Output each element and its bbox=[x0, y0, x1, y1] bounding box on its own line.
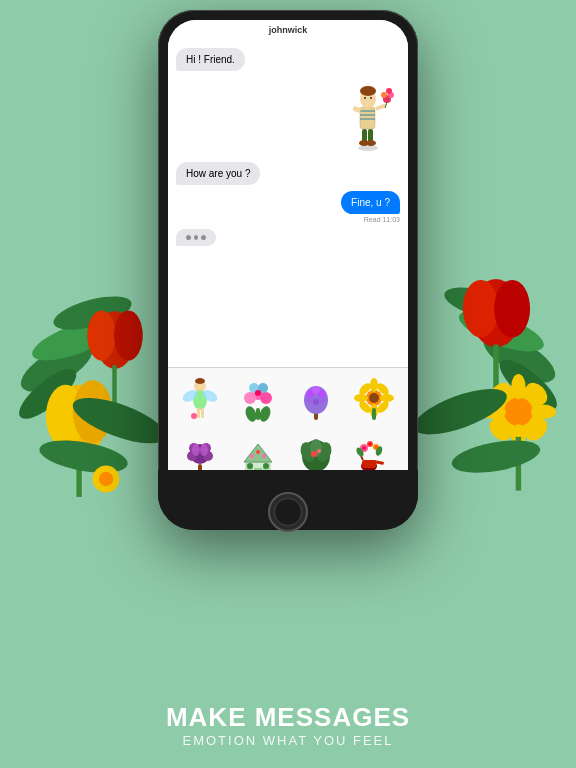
svg-point-44 bbox=[370, 97, 372, 99]
message-bubble-how: How are you ? bbox=[176, 162, 260, 185]
home-button[interactable] bbox=[268, 492, 308, 532]
svg-point-28 bbox=[481, 405, 506, 419]
svg-point-6 bbox=[73, 380, 112, 443]
svg-point-1 bbox=[28, 311, 122, 369]
svg-point-82 bbox=[313, 399, 319, 405]
sticker-3[interactable] bbox=[290, 374, 342, 426]
svg-point-87 bbox=[354, 394, 368, 402]
svg-point-21 bbox=[463, 280, 499, 337]
svg-point-111 bbox=[256, 450, 260, 454]
svg-rect-93 bbox=[372, 408, 376, 420]
svg-rect-61 bbox=[197, 408, 200, 418]
svg-point-118 bbox=[311, 451, 317, 457]
svg-point-4 bbox=[52, 385, 106, 457]
svg-rect-121 bbox=[362, 460, 376, 468]
svg-point-5 bbox=[46, 385, 85, 448]
message-bubble-fine: Fine, u ? bbox=[341, 191, 400, 214]
svg-point-2 bbox=[12, 361, 83, 426]
svg-point-63 bbox=[191, 413, 197, 419]
svg-point-20 bbox=[471, 279, 521, 347]
svg-rect-38 bbox=[360, 110, 375, 112]
svg-point-119 bbox=[317, 449, 321, 453]
typing-dot-2 bbox=[194, 235, 199, 240]
svg-rect-72 bbox=[256, 408, 260, 420]
svg-point-128 bbox=[375, 446, 378, 449]
svg-point-35 bbox=[408, 380, 512, 444]
svg-point-43 bbox=[364, 97, 366, 99]
svg-point-67 bbox=[244, 392, 256, 404]
svg-point-8 bbox=[95, 311, 134, 368]
svg-point-42 bbox=[360, 86, 376, 96]
svg-point-54 bbox=[386, 88, 392, 94]
svg-point-27 bbox=[511, 424, 525, 449]
svg-rect-11 bbox=[112, 365, 116, 405]
status-bar: johnwick bbox=[168, 20, 408, 40]
sticker-1[interactable] bbox=[174, 374, 226, 426]
app-tagline-title: MAKE MESSAGES bbox=[0, 702, 576, 733]
svg-point-12 bbox=[68, 389, 172, 453]
svg-point-108 bbox=[247, 463, 253, 469]
svg-point-9 bbox=[87, 310, 116, 360]
svg-point-16 bbox=[476, 324, 562, 392]
svg-point-102 bbox=[200, 444, 208, 456]
svg-point-71 bbox=[255, 390, 261, 396]
svg-point-3 bbox=[50, 290, 135, 337]
svg-point-85 bbox=[370, 378, 378, 392]
svg-point-68 bbox=[260, 392, 272, 404]
svg-point-26 bbox=[511, 374, 525, 399]
phone-device: johnwick Hi ! Friend. bbox=[158, 10, 418, 530]
svg-point-36 bbox=[449, 435, 542, 479]
svg-point-25 bbox=[504, 397, 533, 426]
svg-point-15 bbox=[99, 472, 113, 486]
svg-point-10 bbox=[114, 310, 143, 360]
svg-rect-62 bbox=[201, 408, 204, 418]
svg-point-31 bbox=[521, 379, 551, 409]
svg-point-88 bbox=[380, 394, 394, 402]
phone-screen: johnwick Hi ! Friend. bbox=[168, 20, 408, 520]
svg-point-127 bbox=[369, 443, 372, 446]
svg-point-22 bbox=[494, 280, 530, 337]
message-bubble-hi: Hi ! Friend. bbox=[176, 48, 245, 71]
svg-point-65 bbox=[195, 378, 205, 384]
svg-point-126 bbox=[362, 446, 366, 450]
sticker-person bbox=[335, 77, 400, 156]
svg-point-17 bbox=[454, 302, 548, 360]
svg-point-53 bbox=[381, 92, 387, 98]
svg-point-24 bbox=[493, 387, 543, 437]
svg-point-81 bbox=[319, 397, 325, 403]
sticker-2[interactable] bbox=[232, 374, 284, 426]
svg-point-110 bbox=[250, 454, 254, 458]
bottom-text-area: MAKE MESSAGES EMOTION WHAT YOU FEEL bbox=[0, 702, 576, 748]
home-button-inner bbox=[274, 498, 302, 526]
read-receipt: Read 11:03 bbox=[364, 216, 400, 223]
phone-bottom-bar bbox=[158, 470, 418, 530]
messages-area: Hi ! Friend. bbox=[168, 40, 408, 367]
typing-indicator bbox=[176, 229, 216, 246]
svg-rect-34 bbox=[516, 437, 521, 491]
svg-point-84 bbox=[369, 393, 379, 403]
phone-frame: johnwick Hi ! Friend. bbox=[158, 10, 418, 530]
svg-rect-39 bbox=[360, 114, 375, 116]
svg-point-101 bbox=[192, 444, 200, 456]
svg-point-18 bbox=[493, 352, 564, 417]
app-tagline-subtitle: EMOTION WHAT YOU FEEL bbox=[0, 733, 576, 748]
contact-name: johnwick bbox=[269, 25, 308, 35]
svg-point-29 bbox=[531, 405, 556, 419]
svg-point-109 bbox=[263, 463, 269, 469]
svg-point-56 bbox=[358, 145, 378, 151]
svg-point-79 bbox=[312, 386, 320, 394]
svg-rect-23 bbox=[493, 344, 498, 398]
svg-rect-7 bbox=[76, 452, 81, 497]
sticker-4[interactable] bbox=[348, 374, 400, 426]
svg-point-33 bbox=[521, 414, 551, 444]
svg-point-13 bbox=[37, 435, 130, 479]
typing-dot-3 bbox=[201, 235, 206, 240]
svg-point-30 bbox=[485, 379, 515, 409]
typing-dot-1 bbox=[186, 235, 191, 240]
svg-point-112 bbox=[262, 454, 266, 458]
svg-rect-40 bbox=[360, 118, 375, 120]
svg-point-19 bbox=[441, 281, 526, 328]
svg-point-14 bbox=[93, 466, 120, 493]
svg-point-0 bbox=[14, 333, 100, 401]
svg-point-32 bbox=[485, 414, 515, 444]
